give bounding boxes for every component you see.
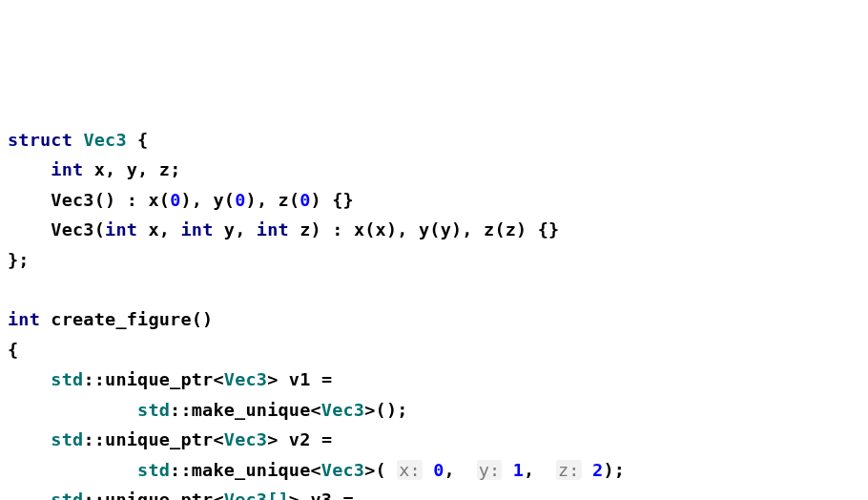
brace-close-semi: }; xyxy=(8,250,30,270)
type-vec3: Vec3 xyxy=(83,130,126,150)
ctor-vec3-default: Vec3 xyxy=(51,190,93,210)
param-hint-y: y: xyxy=(477,460,503,480)
keyword-struct: struct xyxy=(8,130,72,150)
keyword-int: int xyxy=(51,159,83,179)
brace-open: { xyxy=(137,130,148,150)
var-v1: v1 xyxy=(289,369,311,389)
field-x: x xyxy=(94,159,105,179)
brace-open-body: { xyxy=(8,340,18,360)
field-y: y xyxy=(127,159,137,179)
param-hint-z: z: xyxy=(556,460,582,480)
var-v3: v3 xyxy=(311,490,333,500)
keyword-int-return: int xyxy=(8,309,40,329)
var-v2: v2 xyxy=(289,429,311,449)
param-hint-x: x: xyxy=(397,460,423,480)
field-z: z xyxy=(159,159,170,179)
func-create-figure: create_figure xyxy=(51,309,191,329)
ctor-vec3-params: Vec3 xyxy=(51,219,93,240)
code-editor[interactable]: struct Vec3 { int x, y, z; Vec3() : x(0)… xyxy=(8,125,860,500)
